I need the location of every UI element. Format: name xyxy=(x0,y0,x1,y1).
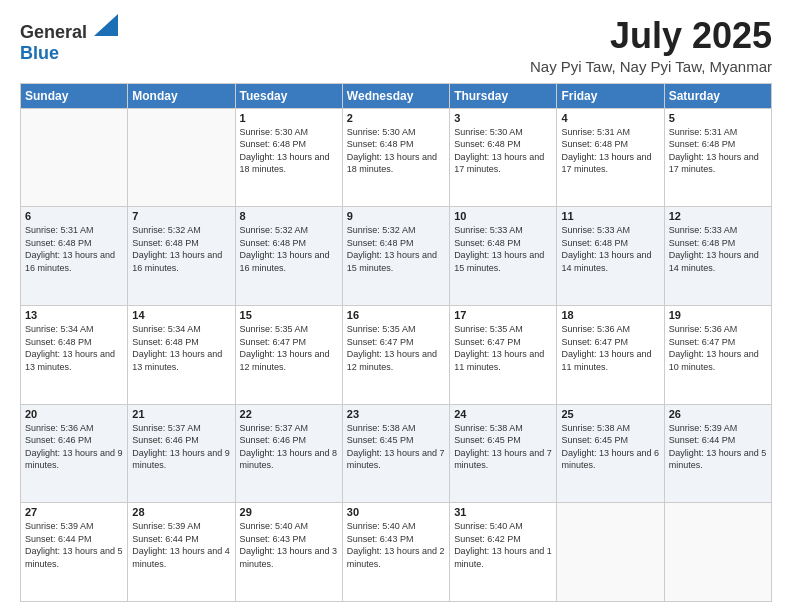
calendar-cell: 23Sunrise: 5:38 AMSunset: 6:45 PMDayligh… xyxy=(342,404,449,503)
day-info: Sunrise: 5:33 AMSunset: 6:48 PMDaylight:… xyxy=(454,224,552,274)
location-title: Nay Pyi Taw, Nay Pyi Taw, Myanmar xyxy=(530,58,772,75)
svg-marker-0 xyxy=(94,14,118,36)
calendar-cell: 16Sunrise: 5:35 AMSunset: 6:47 PMDayligh… xyxy=(342,305,449,404)
day-number: 8 xyxy=(240,210,338,222)
logo: General Blue xyxy=(20,16,118,64)
day-info: Sunrise: 5:35 AMSunset: 6:47 PMDaylight:… xyxy=(454,323,552,373)
day-info: Sunrise: 5:38 AMSunset: 6:45 PMDaylight:… xyxy=(561,422,659,472)
day-info: Sunrise: 5:35 AMSunset: 6:47 PMDaylight:… xyxy=(347,323,445,373)
calendar-cell: 17Sunrise: 5:35 AMSunset: 6:47 PMDayligh… xyxy=(450,305,557,404)
calendar-cell: 11Sunrise: 5:33 AMSunset: 6:48 PMDayligh… xyxy=(557,207,664,306)
day-number: 10 xyxy=(454,210,552,222)
calendar-table: SundayMondayTuesdayWednesdayThursdayFrid… xyxy=(20,83,772,602)
calendar-cell: 18Sunrise: 5:36 AMSunset: 6:47 PMDayligh… xyxy=(557,305,664,404)
day-info: Sunrise: 5:36 AMSunset: 6:47 PMDaylight:… xyxy=(669,323,767,373)
day-info: Sunrise: 5:30 AMSunset: 6:48 PMDaylight:… xyxy=(240,126,338,176)
weekday-header-wednesday: Wednesday xyxy=(342,83,449,108)
day-number: 13 xyxy=(25,309,123,321)
calendar-cell: 6Sunrise: 5:31 AMSunset: 6:48 PMDaylight… xyxy=(21,207,128,306)
header: General Blue July 2025 Nay Pyi Taw, Nay … xyxy=(20,16,772,75)
day-info: Sunrise: 5:34 AMSunset: 6:48 PMDaylight:… xyxy=(132,323,230,373)
calendar-cell: 4Sunrise: 5:31 AMSunset: 6:48 PMDaylight… xyxy=(557,108,664,207)
calendar-cell: 15Sunrise: 5:35 AMSunset: 6:47 PMDayligh… xyxy=(235,305,342,404)
weekday-header-saturday: Saturday xyxy=(664,83,771,108)
day-info: Sunrise: 5:36 AMSunset: 6:47 PMDaylight:… xyxy=(561,323,659,373)
calendar-week-row: 1Sunrise: 5:30 AMSunset: 6:48 PMDaylight… xyxy=(21,108,772,207)
day-number: 4 xyxy=(561,112,659,124)
calendar-cell: 9Sunrise: 5:32 AMSunset: 6:48 PMDaylight… xyxy=(342,207,449,306)
calendar-week-row: 6Sunrise: 5:31 AMSunset: 6:48 PMDaylight… xyxy=(21,207,772,306)
calendar-cell: 21Sunrise: 5:37 AMSunset: 6:46 PMDayligh… xyxy=(128,404,235,503)
day-info: Sunrise: 5:39 AMSunset: 6:44 PMDaylight:… xyxy=(25,520,123,570)
calendar-cell: 28Sunrise: 5:39 AMSunset: 6:44 PMDayligh… xyxy=(128,503,235,602)
calendar-week-row: 20Sunrise: 5:36 AMSunset: 6:46 PMDayligh… xyxy=(21,404,772,503)
day-info: Sunrise: 5:30 AMSunset: 6:48 PMDaylight:… xyxy=(347,126,445,176)
day-number: 22 xyxy=(240,408,338,420)
calendar-week-row: 13Sunrise: 5:34 AMSunset: 6:48 PMDayligh… xyxy=(21,305,772,404)
day-info: Sunrise: 5:31 AMSunset: 6:48 PMDaylight:… xyxy=(561,126,659,176)
calendar-cell: 1Sunrise: 5:30 AMSunset: 6:48 PMDaylight… xyxy=(235,108,342,207)
calendar-week-row: 27Sunrise: 5:39 AMSunset: 6:44 PMDayligh… xyxy=(21,503,772,602)
day-info: Sunrise: 5:36 AMSunset: 6:46 PMDaylight:… xyxy=(25,422,123,472)
calendar-cell: 30Sunrise: 5:40 AMSunset: 6:43 PMDayligh… xyxy=(342,503,449,602)
day-number: 12 xyxy=(669,210,767,222)
day-info: Sunrise: 5:39 AMSunset: 6:44 PMDaylight:… xyxy=(669,422,767,472)
day-number: 2 xyxy=(347,112,445,124)
title-section: July 2025 Nay Pyi Taw, Nay Pyi Taw, Myan… xyxy=(530,16,772,75)
day-info: Sunrise: 5:33 AMSunset: 6:48 PMDaylight:… xyxy=(561,224,659,274)
day-number: 11 xyxy=(561,210,659,222)
calendar-cell: 5Sunrise: 5:31 AMSunset: 6:48 PMDaylight… xyxy=(664,108,771,207)
weekday-header-monday: Monday xyxy=(128,83,235,108)
calendar-cell: 12Sunrise: 5:33 AMSunset: 6:48 PMDayligh… xyxy=(664,207,771,306)
day-number: 16 xyxy=(347,309,445,321)
weekday-header-tuesday: Tuesday xyxy=(235,83,342,108)
calendar-cell: 31Sunrise: 5:40 AMSunset: 6:42 PMDayligh… xyxy=(450,503,557,602)
calendar-cell: 29Sunrise: 5:40 AMSunset: 6:43 PMDayligh… xyxy=(235,503,342,602)
calendar-cell: 8Sunrise: 5:32 AMSunset: 6:48 PMDaylight… xyxy=(235,207,342,306)
day-info: Sunrise: 5:40 AMSunset: 6:42 PMDaylight:… xyxy=(454,520,552,570)
day-info: Sunrise: 5:30 AMSunset: 6:48 PMDaylight:… xyxy=(454,126,552,176)
day-info: Sunrise: 5:40 AMSunset: 6:43 PMDaylight:… xyxy=(240,520,338,570)
day-number: 26 xyxy=(669,408,767,420)
day-number: 25 xyxy=(561,408,659,420)
weekday-header-friday: Friday xyxy=(557,83,664,108)
day-number: 24 xyxy=(454,408,552,420)
calendar-cell xyxy=(557,503,664,602)
day-info: Sunrise: 5:32 AMSunset: 6:48 PMDaylight:… xyxy=(240,224,338,274)
day-number: 28 xyxy=(132,506,230,518)
calendar-cell: 19Sunrise: 5:36 AMSunset: 6:47 PMDayligh… xyxy=(664,305,771,404)
calendar-cell: 2Sunrise: 5:30 AMSunset: 6:48 PMDaylight… xyxy=(342,108,449,207)
day-number: 23 xyxy=(347,408,445,420)
day-number: 31 xyxy=(454,506,552,518)
calendar-cell: 24Sunrise: 5:38 AMSunset: 6:45 PMDayligh… xyxy=(450,404,557,503)
day-number: 19 xyxy=(669,309,767,321)
day-number: 29 xyxy=(240,506,338,518)
day-info: Sunrise: 5:32 AMSunset: 6:48 PMDaylight:… xyxy=(347,224,445,274)
calendar-cell xyxy=(664,503,771,602)
calendar-cell: 7Sunrise: 5:32 AMSunset: 6:48 PMDaylight… xyxy=(128,207,235,306)
month-title: July 2025 xyxy=(530,16,772,56)
calendar-cell: 27Sunrise: 5:39 AMSunset: 6:44 PMDayligh… xyxy=(21,503,128,602)
day-info: Sunrise: 5:38 AMSunset: 6:45 PMDaylight:… xyxy=(347,422,445,472)
day-info: Sunrise: 5:32 AMSunset: 6:48 PMDaylight:… xyxy=(132,224,230,274)
calendar-cell: 14Sunrise: 5:34 AMSunset: 6:48 PMDayligh… xyxy=(128,305,235,404)
calendar-cell xyxy=(128,108,235,207)
day-info: Sunrise: 5:31 AMSunset: 6:48 PMDaylight:… xyxy=(25,224,123,274)
calendar-cell: 13Sunrise: 5:34 AMSunset: 6:48 PMDayligh… xyxy=(21,305,128,404)
day-number: 17 xyxy=(454,309,552,321)
calendar-cell: 3Sunrise: 5:30 AMSunset: 6:48 PMDaylight… xyxy=(450,108,557,207)
calendar-cell: 26Sunrise: 5:39 AMSunset: 6:44 PMDayligh… xyxy=(664,404,771,503)
logo-blue: Blue xyxy=(20,43,59,63)
day-number: 7 xyxy=(132,210,230,222)
day-number: 6 xyxy=(25,210,123,222)
day-number: 9 xyxy=(347,210,445,222)
day-number: 21 xyxy=(132,408,230,420)
day-number: 27 xyxy=(25,506,123,518)
day-number: 15 xyxy=(240,309,338,321)
day-number: 20 xyxy=(25,408,123,420)
day-number: 18 xyxy=(561,309,659,321)
calendar-cell: 10Sunrise: 5:33 AMSunset: 6:48 PMDayligh… xyxy=(450,207,557,306)
day-number: 30 xyxy=(347,506,445,518)
weekday-header-sunday: Sunday xyxy=(21,83,128,108)
logo-icon xyxy=(94,14,118,36)
